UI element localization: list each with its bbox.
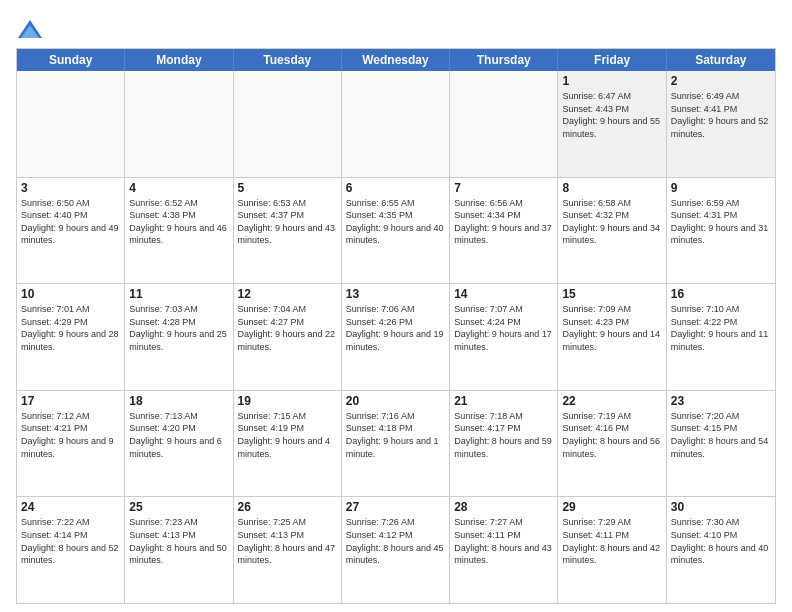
day-number: 9 bbox=[671, 181, 771, 195]
day-number: 28 bbox=[454, 500, 553, 514]
day-number: 29 bbox=[562, 500, 661, 514]
header bbox=[16, 12, 776, 44]
day-number: 15 bbox=[562, 287, 661, 301]
day-info: Sunrise: 6:49 AM Sunset: 4:41 PM Dayligh… bbox=[671, 90, 771, 140]
header-day-tuesday: Tuesday bbox=[234, 49, 342, 71]
day-cell-25: 25Sunrise: 7:23 AM Sunset: 4:13 PM Dayli… bbox=[125, 497, 233, 603]
calendar-header: SundayMondayTuesdayWednesdayThursdayFrid… bbox=[17, 49, 775, 71]
day-info: Sunrise: 6:50 AM Sunset: 4:40 PM Dayligh… bbox=[21, 197, 120, 247]
day-number: 24 bbox=[21, 500, 120, 514]
day-cell-3: 3Sunrise: 6:50 AM Sunset: 4:40 PM Daylig… bbox=[17, 178, 125, 284]
day-cell-15: 15Sunrise: 7:09 AM Sunset: 4:23 PM Dayli… bbox=[558, 284, 666, 390]
empty-cell bbox=[234, 71, 342, 177]
day-cell-22: 22Sunrise: 7:19 AM Sunset: 4:16 PM Dayli… bbox=[558, 391, 666, 497]
day-number: 1 bbox=[562, 74, 661, 88]
page: SundayMondayTuesdayWednesdayThursdayFrid… bbox=[0, 0, 792, 612]
day-info: Sunrise: 7:10 AM Sunset: 4:22 PM Dayligh… bbox=[671, 303, 771, 353]
day-info: Sunrise: 7:03 AM Sunset: 4:28 PM Dayligh… bbox=[129, 303, 228, 353]
header-day-sunday: Sunday bbox=[17, 49, 125, 71]
day-number: 16 bbox=[671, 287, 771, 301]
week-row-3: 10Sunrise: 7:01 AM Sunset: 4:29 PM Dayli… bbox=[17, 284, 775, 391]
day-info: Sunrise: 6:58 AM Sunset: 4:32 PM Dayligh… bbox=[562, 197, 661, 247]
empty-cell bbox=[17, 71, 125, 177]
day-cell-29: 29Sunrise: 7:29 AM Sunset: 4:11 PM Dayli… bbox=[558, 497, 666, 603]
day-cell-14: 14Sunrise: 7:07 AM Sunset: 4:24 PM Dayli… bbox=[450, 284, 558, 390]
calendar: SundayMondayTuesdayWednesdayThursdayFrid… bbox=[16, 48, 776, 604]
day-info: Sunrise: 7:13 AM Sunset: 4:20 PM Dayligh… bbox=[129, 410, 228, 460]
day-number: 18 bbox=[129, 394, 228, 408]
day-number: 11 bbox=[129, 287, 228, 301]
day-info: Sunrise: 7:01 AM Sunset: 4:29 PM Dayligh… bbox=[21, 303, 120, 353]
day-info: Sunrise: 7:09 AM Sunset: 4:23 PM Dayligh… bbox=[562, 303, 661, 353]
header-day-monday: Monday bbox=[125, 49, 233, 71]
logo-icon bbox=[16, 16, 44, 44]
empty-cell bbox=[125, 71, 233, 177]
day-cell-19: 19Sunrise: 7:15 AM Sunset: 4:19 PM Dayli… bbox=[234, 391, 342, 497]
day-info: Sunrise: 7:04 AM Sunset: 4:27 PM Dayligh… bbox=[238, 303, 337, 353]
week-row-1: 1Sunrise: 6:47 AM Sunset: 4:43 PM Daylig… bbox=[17, 71, 775, 178]
day-info: Sunrise: 7:19 AM Sunset: 4:16 PM Dayligh… bbox=[562, 410, 661, 460]
day-cell-7: 7Sunrise: 6:56 AM Sunset: 4:34 PM Daylig… bbox=[450, 178, 558, 284]
day-cell-27: 27Sunrise: 7:26 AM Sunset: 4:12 PM Dayli… bbox=[342, 497, 450, 603]
empty-cell bbox=[450, 71, 558, 177]
day-number: 17 bbox=[21, 394, 120, 408]
day-info: Sunrise: 7:26 AM Sunset: 4:12 PM Dayligh… bbox=[346, 516, 445, 566]
logo bbox=[16, 16, 48, 44]
day-number: 30 bbox=[671, 500, 771, 514]
day-number: 10 bbox=[21, 287, 120, 301]
day-number: 2 bbox=[671, 74, 771, 88]
day-number: 13 bbox=[346, 287, 445, 301]
day-number: 14 bbox=[454, 287, 553, 301]
day-cell-2: 2Sunrise: 6:49 AM Sunset: 4:41 PM Daylig… bbox=[667, 71, 775, 177]
day-cell-16: 16Sunrise: 7:10 AM Sunset: 4:22 PM Dayli… bbox=[667, 284, 775, 390]
day-info: Sunrise: 7:07 AM Sunset: 4:24 PM Dayligh… bbox=[454, 303, 553, 353]
day-info: Sunrise: 7:23 AM Sunset: 4:13 PM Dayligh… bbox=[129, 516, 228, 566]
day-number: 22 bbox=[562, 394, 661, 408]
day-info: Sunrise: 7:06 AM Sunset: 4:26 PM Dayligh… bbox=[346, 303, 445, 353]
day-number: 7 bbox=[454, 181, 553, 195]
header-day-wednesday: Wednesday bbox=[342, 49, 450, 71]
day-number: 3 bbox=[21, 181, 120, 195]
day-cell-10: 10Sunrise: 7:01 AM Sunset: 4:29 PM Dayli… bbox=[17, 284, 125, 390]
day-number: 21 bbox=[454, 394, 553, 408]
calendar-body: 1Sunrise: 6:47 AM Sunset: 4:43 PM Daylig… bbox=[17, 71, 775, 604]
day-number: 27 bbox=[346, 500, 445, 514]
week-row-2: 3Sunrise: 6:50 AM Sunset: 4:40 PM Daylig… bbox=[17, 178, 775, 285]
day-info: Sunrise: 6:56 AM Sunset: 4:34 PM Dayligh… bbox=[454, 197, 553, 247]
day-cell-21: 21Sunrise: 7:18 AM Sunset: 4:17 PM Dayli… bbox=[450, 391, 558, 497]
day-info: Sunrise: 6:52 AM Sunset: 4:38 PM Dayligh… bbox=[129, 197, 228, 247]
day-number: 5 bbox=[238, 181, 337, 195]
day-cell-12: 12Sunrise: 7:04 AM Sunset: 4:27 PM Dayli… bbox=[234, 284, 342, 390]
day-info: Sunrise: 7:16 AM Sunset: 4:18 PM Dayligh… bbox=[346, 410, 445, 460]
day-info: Sunrise: 7:12 AM Sunset: 4:21 PM Dayligh… bbox=[21, 410, 120, 460]
day-cell-6: 6Sunrise: 6:55 AM Sunset: 4:35 PM Daylig… bbox=[342, 178, 450, 284]
header-day-friday: Friday bbox=[558, 49, 666, 71]
day-info: Sunrise: 7:29 AM Sunset: 4:11 PM Dayligh… bbox=[562, 516, 661, 566]
day-cell-18: 18Sunrise: 7:13 AM Sunset: 4:20 PM Dayli… bbox=[125, 391, 233, 497]
day-number: 25 bbox=[129, 500, 228, 514]
week-row-5: 24Sunrise: 7:22 AM Sunset: 4:14 PM Dayli… bbox=[17, 497, 775, 604]
day-number: 23 bbox=[671, 394, 771, 408]
day-number: 19 bbox=[238, 394, 337, 408]
day-number: 26 bbox=[238, 500, 337, 514]
day-cell-20: 20Sunrise: 7:16 AM Sunset: 4:18 PM Dayli… bbox=[342, 391, 450, 497]
day-info: Sunrise: 7:22 AM Sunset: 4:14 PM Dayligh… bbox=[21, 516, 120, 566]
day-cell-8: 8Sunrise: 6:58 AM Sunset: 4:32 PM Daylig… bbox=[558, 178, 666, 284]
day-cell-28: 28Sunrise: 7:27 AM Sunset: 4:11 PM Dayli… bbox=[450, 497, 558, 603]
day-cell-30: 30Sunrise: 7:30 AM Sunset: 4:10 PM Dayli… bbox=[667, 497, 775, 603]
day-cell-1: 1Sunrise: 6:47 AM Sunset: 4:43 PM Daylig… bbox=[558, 71, 666, 177]
day-cell-11: 11Sunrise: 7:03 AM Sunset: 4:28 PM Dayli… bbox=[125, 284, 233, 390]
day-info: Sunrise: 6:55 AM Sunset: 4:35 PM Dayligh… bbox=[346, 197, 445, 247]
day-number: 6 bbox=[346, 181, 445, 195]
day-info: Sunrise: 7:18 AM Sunset: 4:17 PM Dayligh… bbox=[454, 410, 553, 460]
week-row-4: 17Sunrise: 7:12 AM Sunset: 4:21 PM Dayli… bbox=[17, 391, 775, 498]
day-number: 12 bbox=[238, 287, 337, 301]
day-cell-13: 13Sunrise: 7:06 AM Sunset: 4:26 PM Dayli… bbox=[342, 284, 450, 390]
day-cell-24: 24Sunrise: 7:22 AM Sunset: 4:14 PM Dayli… bbox=[17, 497, 125, 603]
empty-cell bbox=[342, 71, 450, 177]
day-cell-23: 23Sunrise: 7:20 AM Sunset: 4:15 PM Dayli… bbox=[667, 391, 775, 497]
header-day-thursday: Thursday bbox=[450, 49, 558, 71]
day-info: Sunrise: 7:15 AM Sunset: 4:19 PM Dayligh… bbox=[238, 410, 337, 460]
header-day-saturday: Saturday bbox=[667, 49, 775, 71]
day-info: Sunrise: 7:27 AM Sunset: 4:11 PM Dayligh… bbox=[454, 516, 553, 566]
